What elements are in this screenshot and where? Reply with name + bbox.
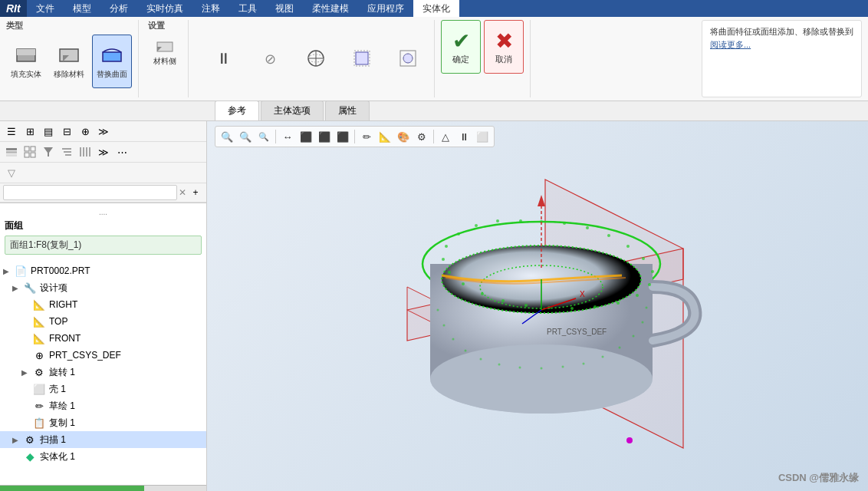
svg-point-52 [593,305,597,308]
display-style-button[interactable]: ⬛ [316,128,333,145]
sub-tab-body[interactable]: 主体选项 [261,101,324,120]
tree-label-shell1: 壳 1 [49,383,66,396]
tree-expand-rotate1[interactable]: ▶ [21,368,32,377]
tree-more-button[interactable]: ≫ [95,123,112,140]
ribbon: 类型 填充实体 移除材料 [0,17,868,101]
menu-view[interactable]: 视图 [266,0,303,17]
help-text: 将曲面特征或面组添加、移除或替换到 [710,25,853,38]
pause-button[interactable]: ⏸ [204,32,244,86]
appearance-button[interactable]: 🎨 [395,128,412,145]
zoom-fit-button[interactable]: 🔍 [219,128,235,145]
svg-rect-18 [6,154,17,157]
tree-item-design[interactable]: ▶ 🔧 设计项 [0,279,206,296]
menu-model[interactable]: 模型 [64,0,100,17]
search-submit-button[interactable]: + [188,185,203,200]
grid-icon-button[interactable] [21,143,38,160]
tree-icon-top: 📐 [32,315,46,328]
ribbon-action-items: ✔ 确定 ✖ 取消 [441,20,524,74]
svg-point-46 [626,245,630,248]
menu-analysis[interactable]: 分析 [100,0,137,17]
cancel-label: 取消 [495,54,512,65]
columns-button[interactable] [77,143,94,160]
tree-item-shell1[interactable]: ⬜ 壳 1 [0,381,206,397]
tree-item-rotate1[interactable]: ▶ ⚙ 旋转 1 [0,364,206,381]
tree-icon-sweep1: ⚙ [23,433,37,447]
remove-material-button[interactable]: 移除材料 [49,35,89,88]
menu-solidify[interactable]: 实体化 [413,0,459,17]
view3-button[interactable] [388,32,428,86]
material-side-button[interactable]: 材料侧 [148,35,182,70]
model-tree: ▶ 📄 PRT0002.PRT ▶ 🔧 设计项 📐 RIGHT 📐 TOP [0,259,206,485]
view-mode-button[interactable]: ⬛ [298,128,314,145]
tree-item-copy1[interactable]: 📋 复制 1 [0,414,206,431]
replace-surface-button[interactable]: 替换曲面 [92,35,132,88]
fill-solid-button[interactable]: 填充实体 [6,35,46,88]
sort-button[interactable] [58,143,75,160]
tree-item-top[interactable]: 📐 TOP [0,313,206,330]
tree-add-button[interactable]: ⊕ [77,123,94,140]
more-options-button[interactable]: ⋯ [113,143,130,160]
svg-point-48 [651,270,654,273]
tree-icon-sketch1: ✏ [32,399,46,413]
tree-expand-design[interactable]: ▶ [12,284,23,292]
menu-flexible-model[interactable]: 柔性建模 [303,0,358,17]
menu-file[interactable]: 文件 [27,0,64,17]
tree-item-sketch1[interactable]: ✏ 草绘 1 [0,397,206,414]
measure-button[interactable]: 📐 [376,128,393,145]
pause-icon: ⏸ [216,50,232,68]
tree-grid-view-button[interactable]: ⊞ [21,123,38,140]
cup-svg: X PRT_CSYS_DEF [361,157,729,479]
expand-button[interactable]: ≫ [95,143,112,160]
search-clear-button[interactable]: ✕ [179,187,186,198]
tree-label-right: RIGHT [49,299,77,310]
ribbon-settings-label: 设置 [148,20,182,31]
search-bar: ✕ + [0,183,206,203]
tree-expand-sweep1[interactable]: ▶ [12,436,23,444]
svg-point-65 [519,219,522,222]
zoom-out-button[interactable]: 🔍 [255,128,272,145]
menu-annotation[interactable]: 注释 [192,0,229,17]
tree-icon-csys: ⊕ [32,348,46,362]
tree-icon-prt0002: 📄 [14,264,28,278]
tree-item-prt0002[interactable]: ▶ 📄 PRT0002.PRT [0,262,206,279]
settings-vt-button[interactable]: ⚙ [413,128,430,145]
viewport[interactable]: 🔍 🔍 🔍 ↔ ⬛ ⬛ ⬛ ✏ 📐 🎨 ⚙ △ ⏸ ⬜ [207,121,868,491]
confirm-button[interactable]: ✔ 确定 [441,20,481,74]
section-button[interactable]: ⬛ [334,128,351,145]
disable-icon: ⊘ [265,51,276,68]
vt-extra1[interactable]: △ [437,128,454,145]
menu-app[interactable]: 应用程序 [358,0,413,17]
tree-item-csys[interactable]: ⊕ PRT_CSYS_DEF [0,347,206,364]
viewport-toolbar: 🔍 🔍 🔍 ↔ ⬛ ⬛ ⬛ ✏ 📐 🎨 ⚙ △ ⏸ ⬜ [215,126,495,147]
sketch-button[interactable]: ✏ [358,128,375,145]
tree-item-right[interactable]: 📐 RIGHT [0,296,206,313]
svg-point-62 [457,232,460,236]
vt-pause[interactable]: ⏸ [455,128,472,145]
zoom-in-button[interactable]: 🔍 [237,128,254,145]
tree-expand-prt0002[interactable]: ▶ [3,267,14,275]
svg-point-63 [475,224,478,227]
menu-tools[interactable]: 工具 [229,0,266,17]
sub-tab-props[interactable]: 属性 [325,101,370,120]
svg-rect-21 [25,153,29,157]
layer-button[interactable] [3,143,20,160]
face-group-value[interactable]: 面组1:F8(复制_1) [5,236,202,255]
disable-button[interactable]: ⊘ [250,32,290,86]
tree-list-view-button[interactable]: ☰ [3,123,20,140]
sub-tab-ref[interactable]: 参考 [215,101,259,120]
read-more-link[interactable]: 阅读更多... [710,38,853,51]
tree-item-solidify1[interactable]: ◆ 实体化 1 [0,448,206,465]
view1-button[interactable] [296,32,336,86]
tree-item-sweep1[interactable]: ▶ ⚙ 扫描 1 [0,431,206,448]
tree-item-front[interactable]: 📐 FRONT [0,330,206,347]
cancel-button[interactable]: ✖ 取消 [484,20,524,74]
filter-icon: ▽ [3,164,20,181]
tree-filter-button[interactable]: ⊟ [58,123,75,140]
search-input[interactable] [3,185,177,200]
view2-button[interactable] [342,32,382,86]
tree-columns-button[interactable]: ▤ [40,123,57,140]
filter-button[interactable] [40,143,57,160]
pan-button[interactable]: ↔ [279,128,296,145]
menu-realtime-sim[interactable]: 实时仿真 [137,0,192,17]
vt-extra2[interactable]: ⬜ [474,128,491,145]
